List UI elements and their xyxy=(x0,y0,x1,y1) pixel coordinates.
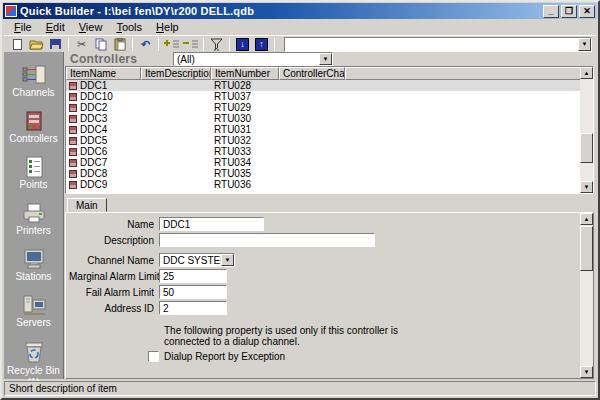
column-header-itemnumber[interactable]: ItemNumber xyxy=(211,67,279,80)
filter-button[interactable] xyxy=(207,36,226,52)
address-id-label: Address ID xyxy=(69,303,159,314)
recycle-bin-icon xyxy=(21,340,47,364)
scrollbar-thumb[interactable] xyxy=(580,226,593,271)
table-row[interactable]: DDC5 RTU032 xyxy=(66,135,593,146)
sidebar-item-controllers[interactable]: Controllers xyxy=(4,110,63,144)
toolbar-separator xyxy=(132,37,133,51)
tab-main[interactable]: Main xyxy=(67,198,107,212)
stations-icon xyxy=(21,248,47,270)
servers-icon xyxy=(21,294,47,316)
item-number: RTU034 xyxy=(211,157,279,168)
cut-icon: ✂ xyxy=(77,39,86,50)
filter-combobox[interactable]: (All) ▼ xyxy=(173,52,333,66)
table-scrollbar[interactable]: ▲ ▼ xyxy=(580,67,593,193)
menu-file[interactable]: File xyxy=(8,21,38,33)
table-row[interactable]: DDC6 RTU033 xyxy=(66,146,593,157)
filter-combobox-value: (All) xyxy=(174,54,319,65)
dialup-report-checkbox[interactable] xyxy=(148,351,159,362)
name-field[interactable] xyxy=(159,217,264,231)
item-number: RTU031 xyxy=(211,124,279,135)
menu-view[interactable]: View xyxy=(73,21,109,33)
remove-item-button[interactable] xyxy=(181,36,200,52)
download-button[interactable]: ↓ xyxy=(233,36,252,52)
table-row[interactable]: DDC9 RTU036 xyxy=(66,179,593,190)
printers-icon xyxy=(21,202,47,224)
copy-button[interactable] xyxy=(91,36,110,52)
fail-alarm-limit-label: Fail Alarm Limit xyxy=(69,287,159,298)
add-item-button[interactable] xyxy=(162,36,181,52)
sidebar-label: Points xyxy=(20,180,48,190)
item-name: DDC2 xyxy=(80,102,107,113)
undo-button[interactable]: ↶ xyxy=(136,36,155,52)
cut-button[interactable]: ✂ xyxy=(72,36,91,52)
menu-edit[interactable]: Edit xyxy=(40,21,71,33)
table-row[interactable]: DDC7 RTU034 xyxy=(66,157,593,168)
scroll-down-icon[interactable]: ▼ xyxy=(580,366,593,378)
sidebar-item-channels[interactable]: Channels xyxy=(4,64,63,98)
menu-tools[interactable]: Tools xyxy=(110,21,148,33)
paste-button[interactable] xyxy=(110,36,129,52)
scroll-down-icon[interactable]: ▼ xyxy=(580,181,593,193)
sidebar: Channels Controllers Points xyxy=(4,52,64,379)
address-id-field[interactable] xyxy=(159,301,227,315)
table-row[interactable]: DDC8 RTU035 xyxy=(66,168,593,179)
controller-item-icon xyxy=(69,159,77,167)
sidebar-item-points[interactable]: Points xyxy=(4,156,63,190)
scroll-up-icon[interactable]: ▲ xyxy=(580,213,593,225)
toolbar-separator xyxy=(274,37,275,51)
fail-alarm-limit-field[interactable] xyxy=(159,285,227,299)
channel-name-label: Channel Name xyxy=(69,255,159,266)
item-number: RTU030 xyxy=(211,113,279,124)
table-row[interactable]: DDC2 RTU029 xyxy=(66,102,593,113)
undo-icon: ↶ xyxy=(141,39,150,50)
app-icon xyxy=(5,5,17,17)
form-scrollbar[interactable]: ▲ ▼ xyxy=(580,213,593,378)
column-header-itemdescription[interactable]: ItemDescription xyxy=(141,67,211,80)
maximize-button[interactable]: ❐ xyxy=(561,5,577,18)
item-name: DDC6 xyxy=(80,146,107,157)
scroll-up-icon[interactable]: ▲ xyxy=(580,67,593,79)
column-header-controllerchannel[interactable]: ControllerChann... xyxy=(279,67,345,80)
item-number: RTU028 xyxy=(211,80,279,91)
description-field[interactable] xyxy=(159,233,375,247)
dialup-report-checkbox-label: Dialup Report by Exception xyxy=(164,351,285,362)
item-number: RTU029 xyxy=(211,102,279,113)
sidebar-label: Channels xyxy=(12,88,54,98)
item-name: DDC3 xyxy=(80,113,107,124)
scrollbar-thumb[interactable] xyxy=(580,133,593,163)
controller-item-icon xyxy=(69,115,77,123)
chevron-down-icon[interactable]: ▼ xyxy=(221,254,234,266)
table-row[interactable]: DDC1 RTU028 xyxy=(66,80,593,91)
chevron-down-icon[interactable]: ▼ xyxy=(578,38,591,51)
controller-item-icon xyxy=(69,148,77,156)
sidebar-item-printers[interactable]: Printers xyxy=(4,202,63,236)
close-button[interactable]: ✕ xyxy=(579,5,595,18)
new-button[interactable] xyxy=(8,36,27,52)
upload-button[interactable]: ↑ xyxy=(252,36,271,52)
menu-help[interactable]: Help xyxy=(150,21,185,33)
dialup-note-line1: The following property is used only if t… xyxy=(164,325,398,336)
sidebar-item-stations[interactable]: Stations xyxy=(4,248,63,282)
table-row[interactable]: DDC10 RTU037 xyxy=(66,91,593,102)
save-button[interactable] xyxy=(46,36,65,52)
upload-icon: ↑ xyxy=(255,38,268,51)
column-header-itemname[interactable]: ItemName xyxy=(66,67,141,80)
controllers-icon xyxy=(21,110,47,132)
open-button[interactable] xyxy=(27,36,46,52)
toolbar-combobox[interactable]: ▼ xyxy=(284,37,592,52)
controller-item-icon xyxy=(69,181,77,189)
chevron-down-icon[interactable]: ▼ xyxy=(319,53,332,65)
table-row[interactable]: DDC4 RTU031 xyxy=(66,124,593,135)
item-name: DDC9 xyxy=(80,179,107,190)
toolbar-separator xyxy=(229,37,230,51)
item-number: RTU032 xyxy=(211,135,279,146)
sidebar-item-servers[interactable]: Servers xyxy=(4,294,63,328)
channel-name-combobox[interactable]: DDC SYSTEM ▼ xyxy=(159,253,235,267)
open-folder-icon xyxy=(29,38,44,50)
marginal-alarm-limit-field[interactable] xyxy=(159,269,227,283)
item-number: RTU036 xyxy=(211,179,279,190)
title-bar: Quick Builder - I:\bei fen\DY\r200 DELL.… xyxy=(3,3,597,19)
menu-bar: File Edit View Tools Help xyxy=(4,20,596,34)
minimize-button[interactable]: _ xyxy=(543,5,559,18)
table-row[interactable]: DDC3 RTU030 xyxy=(66,113,593,124)
